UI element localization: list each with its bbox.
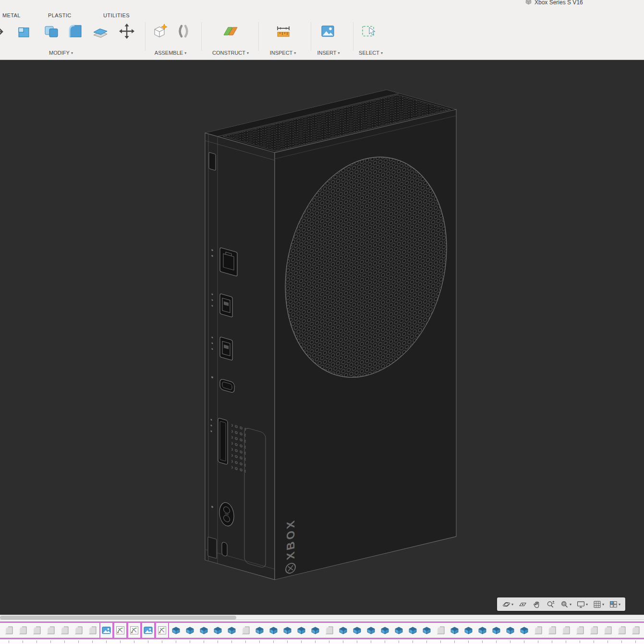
model-front-face[interactable]: XBOX — [275, 109, 456, 580]
select-icon[interactable] — [360, 22, 378, 40]
timeline-feature-extrude[interactable] — [253, 623, 267, 638]
timeline-feature-canvas[interactable] — [99, 623, 113, 638]
timeline-tick — [218, 641, 218, 643]
tab-plastic[interactable]: PLASTIC — [48, 12, 72, 18]
orbit-icon[interactable]: ▾ — [499, 597, 516, 611]
timeline-feature-extrude[interactable] — [364, 623, 378, 638]
toolbar-group-assemble[interactable]: ASSEMBLE▾ — [155, 50, 186, 56]
tab-utilities[interactable]: UTILITIES — [103, 12, 130, 18]
timeline-feature-extrude[interactable] — [336, 623, 350, 638]
joint-icon[interactable] — [174, 22, 193, 40]
timeline-feature-fillet[interactable] — [2, 623, 16, 638]
timeline-tick — [50, 641, 51, 643]
toolbar-group-insert[interactable]: INSERT▾ — [317, 50, 340, 56]
timeline-feature-fillet[interactable] — [30, 623, 44, 638]
toolbar-group-construct[interactable]: CONSTRUCT▾ — [212, 50, 249, 56]
move-copy-icon[interactable] — [118, 22, 136, 40]
timeline-feature-fillet[interactable] — [559, 623, 573, 638]
timeline-feature-extrude[interactable] — [406, 623, 420, 638]
zoom-icon[interactable] — [544, 597, 558, 611]
toolbar-group-inspect[interactable]: INSPECT▾ — [270, 50, 296, 56]
timeline-tick — [273, 641, 274, 643]
timeline-feature-fillet[interactable] — [545, 623, 559, 638]
timeline-feature-fillet[interactable] — [573, 623, 587, 638]
combine-icon[interactable] — [42, 22, 61, 40]
grid-icon[interactable]: ▾ — [590, 597, 607, 611]
timeline-features — [2, 623, 643, 638]
timeline-feature-sketch[interactable] — [155, 623, 169, 638]
offset-face-icon[interactable] — [91, 22, 109, 40]
timeline-feature-sketch[interactable] — [127, 623, 141, 638]
timeline-tick — [552, 641, 552, 643]
timeline-feature-extrude[interactable] — [517, 623, 531, 638]
look-at-icon[interactable] — [516, 597, 530, 611]
xbox-model[interactable]: XBOX — [205, 90, 456, 580]
scrollbar-thumb[interactable] — [0, 616, 236, 620]
toolbar-group-label: ASSEMBLE — [155, 50, 183, 56]
document-title[interactable]: Xbox Series S V16 — [525, 0, 583, 6]
timeline-feature-extrude[interactable] — [211, 623, 225, 638]
press-pull-icon[interactable] — [14, 22, 33, 40]
measure-icon[interactable] — [274, 22, 292, 40]
fit-icon[interactable]: ▾ — [558, 597, 574, 611]
timeline-feature-fillet[interactable] — [16, 623, 30, 638]
timeline-tick — [78, 641, 79, 643]
timeline-feature-extrude[interactable] — [462, 623, 475, 638]
timeline-feature-fillet[interactable] — [58, 623, 72, 638]
timeline-feature-fillet[interactable] — [434, 623, 448, 638]
timeline-feature-extrude[interactable] — [392, 623, 406, 638]
timeline-feature-extrude[interactable] — [183, 623, 197, 638]
timeline-feature-fillet[interactable] — [615, 623, 629, 638]
toolbar-group-select[interactable]: SELECT▾ — [359, 50, 383, 56]
usb-port-1[interactable] — [220, 294, 232, 317]
tab-metal[interactable]: METAL — [2, 12, 21, 18]
timeline-feature-extrude[interactable] — [294, 623, 308, 638]
timeline-feature-extrude[interactable] — [378, 623, 392, 638]
timeline-feature-extrude[interactable] — [225, 623, 239, 638]
new-component-icon[interactable] — [150, 22, 169, 40]
viewports-icon[interactable]: ▾ — [607, 597, 623, 611]
timeline-feature-fillet[interactable] — [531, 623, 545, 638]
ethernet-port[interactable] — [220, 248, 237, 276]
timeline-feature-fillet[interactable] — [601, 623, 615, 638]
timeline-feature-fillet[interactable] — [85, 623, 99, 638]
timeline-feature-sketch[interactable] — [113, 623, 127, 638]
timeline-feature-extrude[interactable] — [308, 623, 322, 638]
timeline-feature-extrude[interactable] — [420, 623, 434, 638]
timeline-feature-fillet[interactable] — [44, 623, 58, 638]
timeline-feature-extrude[interactable] — [169, 623, 183, 638]
fillet-icon[interactable] — [66, 22, 85, 40]
insert-canvas-icon[interactable] — [318, 22, 337, 40]
timeline-feature-extrude[interactable] — [475, 623, 489, 638]
model-side-face[interactable] — [205, 133, 275, 580]
horizontal-scrollbar[interactable] — [0, 615, 644, 620]
pan-icon[interactable] — [530, 597, 544, 611]
viewport-3d[interactable]: XBOX ▾▾▾▾▾ — [0, 60, 644, 615]
timeline-feature-fillet[interactable] — [322, 623, 336, 638]
timeline-feature-extrude[interactable] — [267, 623, 280, 638]
partial-tool-icon[interactable] — [0, 22, 12, 40]
timeline-feature-extrude[interactable] — [503, 623, 517, 638]
timeline-feature-extrude[interactable] — [448, 623, 462, 638]
chevron-down-icon: ▾ — [570, 602, 571, 607]
construction-plane-icon[interactable] — [221, 22, 240, 40]
timeline-ruler[interactable] — [0, 639, 644, 644]
display-settings-icon[interactable]: ▾ — [574, 597, 590, 611]
timeline-feature-extrude[interactable] — [350, 623, 364, 638]
expansion-port[interactable] — [218, 418, 228, 465]
timeline-feature-canvas[interactable] — [141, 623, 155, 638]
usb-port-2[interactable] — [220, 337, 232, 360]
toolbar-group-modify[interactable]: MODIFY▾ — [49, 50, 73, 56]
timeline-feature-fillet[interactable] — [72, 623, 85, 638]
timeline-feature-fillet[interactable] — [587, 623, 601, 638]
timeline-tick — [204, 641, 204, 643]
timeline-feature-fillet[interactable] — [239, 623, 253, 638]
toolbar-divider — [311, 22, 311, 51]
chevron-down-icon: ▾ — [247, 51, 249, 55]
timeline-feature-extrude[interactable] — [197, 623, 211, 638]
timeline-feature-extrude[interactable] — [280, 623, 294, 638]
model-canvas[interactable]: XBOX — [0, 60, 644, 615]
timeline-feature-fillet[interactable] — [629, 623, 643, 638]
timeline-tick — [371, 641, 371, 643]
timeline-feature-extrude[interactable] — [489, 623, 503, 638]
